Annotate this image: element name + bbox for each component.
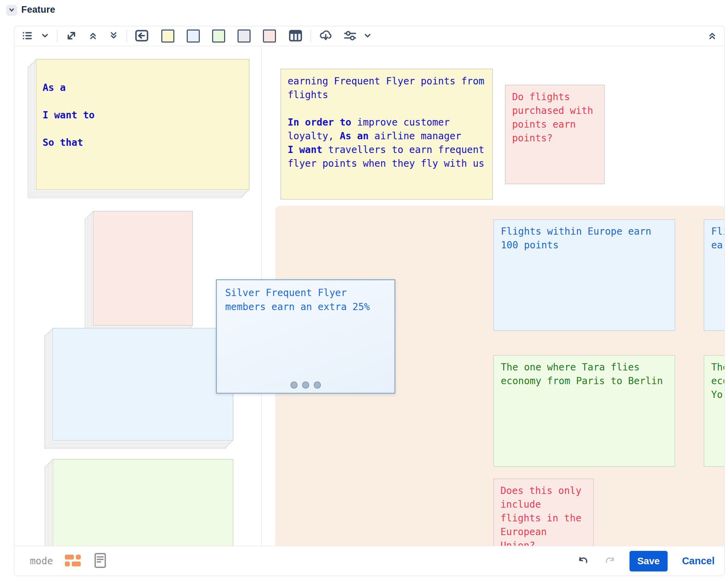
document-icon bbox=[94, 553, 106, 569]
sliders-icon bbox=[343, 29, 357, 44]
redo-icon bbox=[604, 555, 616, 567]
stack-dot bbox=[302, 381, 309, 389]
blue-note-swatch-button[interactable] bbox=[187, 29, 200, 43]
card-text-line: loyalty, As an airline manager bbox=[288, 129, 492, 143]
card-text-line: ear bbox=[711, 238, 725, 252]
undo-icon bbox=[577, 555, 589, 567]
cards-mode-button[interactable] bbox=[65, 553, 81, 569]
card-text-line: 100 points bbox=[501, 238, 674, 252]
double-chevron-up-icon bbox=[707, 31, 717, 42]
chevron-down-icon bbox=[8, 6, 16, 15]
feature-editor-screen: Feature bbox=[0, 0, 728, 579]
undo-button[interactable] bbox=[577, 555, 589, 567]
card-text-line: I want travellers to earn frequent bbox=[288, 143, 492, 157]
card-text-line: European bbox=[500, 525, 593, 539]
list-menu-dropdown-button[interactable] bbox=[41, 28, 49, 44]
example-card[interactable]: The one where Tara flieseconomy from Par… bbox=[493, 355, 675, 467]
card-text-line: The one where Tara flies bbox=[501, 361, 674, 374]
card-text-line: Do flights bbox=[512, 90, 604, 104]
cancel-button[interactable]: Cancel bbox=[682, 555, 715, 567]
bottom-bar: mode bbox=[14, 546, 724, 576]
page-title: Feature bbox=[21, 4, 55, 15]
move-to-top-button[interactable] bbox=[88, 28, 98, 44]
drag-stack-dots bbox=[217, 381, 394, 389]
toolbar bbox=[14, 26, 724, 46]
panel-left-arrow-icon bbox=[135, 28, 149, 44]
card-text-line: eco bbox=[711, 374, 725, 388]
card-text-line: points? bbox=[512, 131, 604, 145]
toolbar-separator bbox=[310, 29, 311, 43]
toolbar-separator bbox=[126, 29, 127, 43]
card-text-line: In order to improve customer bbox=[288, 116, 492, 129]
toolbar-separator bbox=[57, 29, 58, 43]
pink-note-swatch-button[interactable] bbox=[263, 29, 276, 43]
card-text-line: flights in the bbox=[500, 511, 593, 525]
card-text-line: members earn an extra 25% bbox=[225, 300, 394, 314]
editor-panel: As a I want to So that earning Frequent … bbox=[14, 26, 725, 576]
document-mode-button[interactable] bbox=[94, 553, 106, 569]
chevron-down-icon bbox=[41, 31, 49, 41]
card-text-line: Flights within Europe earn bbox=[501, 225, 674, 238]
card-text-line: Does this only bbox=[500, 484, 593, 498]
double-chevron-up-icon bbox=[88, 31, 98, 42]
story-template-stack[interactable]: As a I want to So that bbox=[36, 59, 250, 190]
stack-dot bbox=[314, 381, 321, 389]
card-text-line: points earn bbox=[512, 118, 604, 131]
stack-dot bbox=[290, 381, 298, 389]
chevron-down-icon bbox=[363, 31, 372, 41]
card-text-line: The bbox=[711, 361, 725, 374]
green-note-swatch-button[interactable] bbox=[212, 29, 225, 43]
card-text-line: Silver Frequent Flyer bbox=[225, 286, 394, 300]
card-text-line bbox=[43, 122, 249, 136]
rule-card[interactable]: Flights within Europe earn100 points bbox=[493, 219, 675, 331]
card-text-line: economy from Paris to Berlin bbox=[501, 374, 674, 388]
rule-card-clipped[interactable]: Fliear bbox=[704, 219, 725, 331]
move-to-bottom-button[interactable] bbox=[108, 28, 119, 44]
story-table-button[interactable] bbox=[288, 28, 303, 44]
card-text-line: Yor bbox=[711, 388, 725, 402]
collapse-toolbar-button[interactable] bbox=[707, 28, 717, 44]
double-chevron-down-icon bbox=[108, 31, 119, 42]
card-text-line bbox=[43, 95, 249, 108]
collapse-sidebar-button[interactable] bbox=[135, 28, 149, 44]
card-text-line: purchased with bbox=[512, 104, 604, 118]
question-blank-stack[interactable] bbox=[93, 211, 193, 326]
card-text-line bbox=[288, 102, 492, 116]
card-text-line: flights bbox=[288, 88, 492, 102]
gray-note-swatch-button[interactable] bbox=[238, 29, 251, 43]
feature-collapse-button[interactable] bbox=[6, 5, 17, 16]
mode-label: mode bbox=[30, 555, 53, 567]
example-card-clipped[interactable]: TheecoYor bbox=[704, 355, 725, 467]
rule-blank-stack[interactable] bbox=[52, 328, 233, 441]
filter-dropdown-button[interactable] bbox=[363, 28, 372, 44]
card-text-line: include bbox=[500, 498, 593, 511]
card-text-line: I want to bbox=[43, 108, 249, 122]
cards-mode-icon bbox=[65, 553, 81, 569]
story-card[interactable]: earning Frequent Flyer points fromflight… bbox=[280, 69, 493, 200]
card-text-line: So that bbox=[43, 136, 249, 150]
card-text-line: Fli bbox=[711, 225, 725, 238]
card-text-line: earning Frequent Flyer points from bbox=[288, 74, 492, 88]
save-button[interactable]: Save bbox=[629, 551, 668, 571]
redo-button[interactable] bbox=[604, 555, 616, 567]
list-menu-icon bbox=[21, 30, 33, 43]
cloud-download-button[interactable] bbox=[319, 28, 333, 44]
table-icon bbox=[288, 28, 303, 44]
dragged-card-text: Silver Frequent Flyermembers earn an ext… bbox=[225, 286, 394, 314]
expand-diagonal-icon bbox=[65, 29, 78, 43]
list-menu-button[interactable] bbox=[21, 28, 33, 44]
cloud-download-icon bbox=[319, 28, 333, 44]
card-text-line: As a bbox=[43, 81, 249, 95]
card-text-line: flyer points when they fly with us bbox=[288, 157, 492, 170]
filter-sliders-button[interactable] bbox=[343, 28, 357, 44]
question-card[interactable]: Do flightspurchased withpoints earnpoint… bbox=[505, 85, 605, 184]
dragged-rule-card[interactable]: Silver Frequent Flyermembers earn an ext… bbox=[216, 279, 395, 394]
yellow-note-swatch-button[interactable] bbox=[161, 29, 174, 43]
expand-all-button[interactable] bbox=[65, 28, 78, 44]
